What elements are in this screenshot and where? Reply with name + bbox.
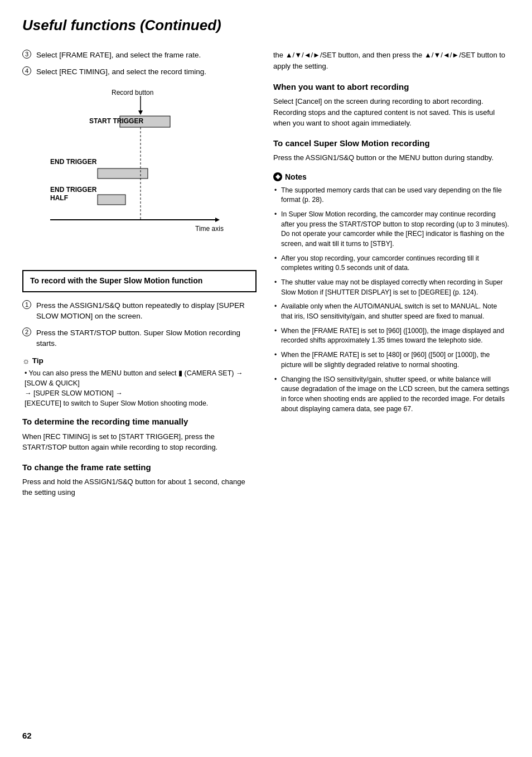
page: Useful functions (Continued) 3 Select [F… (0, 0, 532, 757)
note-8: Changing the ISO sensitivity/gain, shutt… (273, 375, 510, 414)
diagram: Record button START TRIGGER Time axis EN… (33, 86, 234, 259)
start-trigger-label: START TRIGGER (89, 117, 143, 125)
time-axis-label: Time axis (195, 225, 224, 233)
section-determine-heading: To determine the recording time manually (22, 416, 257, 427)
tip-body: • You can also press the MENU button and… (22, 368, 257, 409)
note-4: The shutter value may not be displayed c… (273, 278, 510, 297)
tip-icon: ☼ (22, 356, 30, 365)
svg-text:HALF: HALF (50, 194, 68, 202)
cancel-body: Press the ASSIGN1/S&Q button or the MENU… (273, 152, 510, 163)
tip-heading-text: Tip (32, 356, 43, 365)
note-5: Available only when the AUTO/MANUAL swit… (273, 302, 510, 321)
highlight-step-2-num: 2 (22, 327, 31, 336)
step-4-num: 4 (22, 66, 31, 75)
step-4: 4 Select [REC TIMING], and select the re… (22, 66, 257, 78)
section-determine-body: When [REC TIMING] is set to [START TRIGG… (22, 431, 257, 453)
note-1: The supported memory cards that can be u… (273, 186, 510, 205)
cancel-heading: To cancel Super Slow Motion recording (273, 138, 510, 149)
diagram-svg: Record button START TRIGGER Time axis EN… (33, 86, 234, 259)
camera-set-icon: ▮ (178, 369, 182, 377)
page-number: 62 (22, 731, 32, 740)
svg-text:END TRIGGER: END TRIGGER (50, 158, 97, 166)
svg-marker-1 (138, 110, 143, 115)
highlight-step-2: 2 Press the START/STOP button. Super Slo… (22, 327, 257, 349)
step-3-num: 3 (22, 50, 31, 59)
section-frame-rate-heading: To change the frame rate setting (22, 462, 257, 473)
notes-list: The supported memory cards that can be u… (273, 186, 510, 414)
note-3: After you stop recording, your camcorder… (273, 254, 510, 273)
highlight-step-1-num: 1 (22, 300, 31, 309)
step-4-text: Select [REC TIMING], and select the reco… (36, 66, 206, 78)
notes-icon: ◆ (273, 172, 282, 181)
svg-text:END TRIGGER: END TRIGGER (50, 186, 97, 194)
note-7: When the [FRAME RATE] is set to [480] or… (273, 350, 510, 370)
note-6: When the [FRAME RATE] is set to [960] ([… (273, 326, 510, 346)
svg-marker-4 (215, 218, 220, 222)
tip-bullet: • You can also press the MENU button and… (25, 368, 257, 409)
notes-heading-text: Notes (285, 172, 307, 181)
svg-rect-6 (98, 168, 148, 179)
right-column: the ▲/▼/◄/►/SET button, and then press t… (273, 50, 510, 735)
record-button-label: Record button (112, 89, 153, 97)
right-intro: the ▲/▼/◄/►/SET button, and then press t… (273, 50, 510, 71)
notes-heading: ◆ Notes (273, 172, 510, 181)
highlight-box: To record with the Super Slow Motion fun… (22, 270, 257, 292)
tip-section: ☼ Tip • You can also press the MENU butt… (22, 356, 257, 409)
two-column-layout: 3 Select [FRAME RATE], and select the fr… (22, 50, 510, 735)
note-2: In Super Slow Motion recording, the camc… (273, 210, 510, 249)
highlight-step-1: 1 Press the ASSIGN1/S&Q button repeatedl… (22, 300, 257, 322)
abort-body: Select [Cancel] on the screen during rec… (273, 96, 510, 129)
step-3: 3 Select [FRAME RATE], and select the fr… (22, 50, 257, 61)
section-frame-rate-body: Press and hold the ASSIGN1/S&Q button fo… (22, 476, 257, 498)
highlight-box-title: To record with the Super Slow Motion fun… (30, 276, 249, 287)
highlight-step-1-text: Press the ASSIGN1/S&Q button repeatedly … (36, 300, 257, 322)
tip-heading: ☼ Tip (22, 356, 257, 365)
svg-rect-9 (98, 195, 125, 205)
step-3-text: Select [FRAME RATE], and select the fram… (36, 50, 201, 61)
page-title: Useful functions (Continued) (22, 17, 510, 34)
abort-heading: When you want to abort recording (273, 81, 510, 93)
notes-section: ◆ Notes The supported memory cards that … (273, 172, 510, 414)
highlight-step-2-text: Press the START/STOP button. Super Slow … (36, 327, 257, 349)
left-column: 3 Select [FRAME RATE], and select the fr… (22, 50, 257, 735)
